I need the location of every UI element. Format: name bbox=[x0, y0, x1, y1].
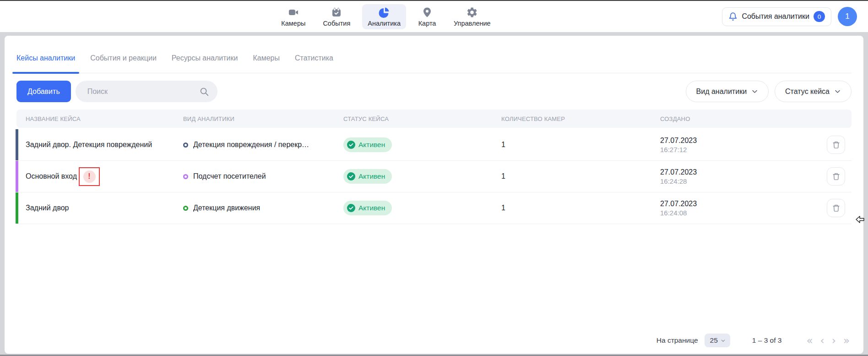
row-actions bbox=[815, 199, 852, 217]
table-row[interactable]: Основной вход ! Подсчет посетителей Акти… bbox=[16, 161, 852, 192]
tab-statistics[interactable]: Статистика bbox=[295, 54, 333, 73]
page-tabs: Кейсы аналитики События и реакции Ресурс… bbox=[16, 36, 852, 73]
previous-page-button[interactable]: ‹ bbox=[819, 335, 826, 346]
check-circle-icon bbox=[347, 204, 355, 212]
chevron-down-icon bbox=[721, 338, 726, 343]
nav-management[interactable]: Управление bbox=[448, 4, 496, 29]
created-time: 16:27:12 bbox=[660, 146, 687, 153]
column-header-created: СОЗДАНО bbox=[651, 115, 815, 122]
row-accent-bar bbox=[16, 129, 18, 160]
per-page-label: На странице bbox=[656, 336, 698, 345]
analytics-events-button[interactable]: События аналитики 0 bbox=[722, 7, 831, 26]
next-page-button[interactable]: › bbox=[830, 335, 838, 346]
case-status-cell: Активен bbox=[334, 137, 492, 152]
delete-case-button[interactable] bbox=[827, 167, 845, 186]
pagination-range: 1 – 3 of 3 bbox=[752, 336, 782, 345]
analytics-events-label: События аналитики bbox=[742, 12, 809, 21]
status-label: Активен bbox=[358, 141, 385, 149]
trash-icon bbox=[832, 141, 840, 149]
tab-analytics-cases[interactable]: Кейсы аналитики bbox=[16, 54, 75, 73]
video-camera-icon bbox=[288, 6, 299, 18]
main-navigation: Камеры События Аналитика Карта Управлени bbox=[276, 4, 496, 29]
analytics-kind-cell: Детекция движения bbox=[174, 204, 334, 212]
first-page-button[interactable]: « bbox=[804, 335, 814, 346]
last-page-button[interactable]: » bbox=[841, 335, 852, 346]
filter-analytics-kind-label: Вид аналитики bbox=[696, 88, 747, 96]
table-footer: На странице 25 1 – 3 of 3 « ‹ › » bbox=[16, 327, 852, 354]
created-date: 27.07.2023 bbox=[660, 200, 697, 208]
filter-analytics-kind[interactable]: Вид аналитики bbox=[686, 81, 769, 102]
notification-count-badge: 0 bbox=[814, 11, 825, 22]
warning-icon: ! bbox=[83, 170, 96, 183]
case-name: Задний двор bbox=[16, 204, 174, 212]
created-cell: 27.07.2023 16:27:12 bbox=[651, 137, 815, 153]
created-date: 27.07.2023 bbox=[660, 137, 697, 145]
toolbar: Добавить Вид аналитики Статус кейса bbox=[16, 81, 852, 102]
mouse-cursor-arrow bbox=[854, 214, 865, 225]
case-name-cell: Основной вход ! bbox=[16, 167, 174, 186]
status-badge: Активен bbox=[343, 137, 392, 152]
status-label: Активен bbox=[358, 204, 385, 212]
case-status-cell: Активен bbox=[334, 201, 492, 215]
pager: « ‹ › » bbox=[804, 335, 852, 346]
analytics-kind-label: Детекция повреждения / перекр… bbox=[193, 141, 309, 149]
nav-analytics[interactable]: Аналитика bbox=[362, 4, 406, 29]
trash-icon bbox=[832, 172, 840, 181]
row-actions bbox=[815, 167, 852, 186]
pie-chart-icon bbox=[378, 6, 390, 18]
analytics-kind-ring-icon bbox=[183, 174, 188, 179]
chevron-down-icon bbox=[834, 88, 841, 95]
filter-case-status[interactable]: Статус кейса bbox=[775, 81, 852, 102]
case-status-cell: Активен bbox=[334, 169, 492, 184]
top-bar: Камеры События Аналитика Карта Управлени bbox=[0, 1, 868, 32]
analytics-kind-cell: Подсчет посетителей bbox=[174, 172, 334, 181]
row-accent-bar bbox=[16, 161, 18, 192]
status-badge: Активен bbox=[343, 201, 392, 215]
table-row[interactable]: Задний двор Детекция движения Активен 1 … bbox=[16, 192, 852, 224]
status-badge: Активен bbox=[343, 169, 392, 184]
analytics-kind-ring-icon bbox=[183, 206, 188, 211]
nav-cameras[interactable]: Камеры bbox=[276, 4, 311, 29]
analytics-kind-label: Подсчет посетителей bbox=[193, 172, 266, 181]
check-circle-icon bbox=[347, 172, 355, 181]
map-pin-icon bbox=[421, 6, 433, 18]
column-header-case-name: НАЗВАНИЕ КЕЙСА bbox=[16, 115, 174, 122]
delete-case-button[interactable] bbox=[827, 136, 845, 154]
bell-icon bbox=[728, 12, 738, 22]
analytics-kind-cell: Детекция повреждения / перекр… bbox=[174, 141, 334, 149]
per-page-select[interactable]: 25 bbox=[705, 334, 730, 347]
case-name: Основной вход bbox=[26, 172, 77, 181]
nav-map[interactable]: Карта bbox=[412, 4, 442, 29]
analytics-kind-label: Детекция движения bbox=[193, 204, 260, 212]
filter-case-status-label: Статус кейса bbox=[785, 88, 830, 96]
chevron-down-icon bbox=[751, 88, 758, 95]
search-box[interactable] bbox=[76, 81, 217, 102]
status-label: Активен bbox=[358, 172, 385, 181]
gear-icon bbox=[466, 6, 478, 18]
created-cell: 27.07.2023 16:24:08 bbox=[651, 200, 815, 217]
nav-analytics-label: Аналитика bbox=[368, 20, 401, 27]
analytics-page-card: Кейсы аналитики События и реакции Ресурс… bbox=[5, 36, 863, 354]
table-header: НАЗВАНИЕ КЕЙСА ВИД АНАЛИТИКИ СТАТУС КЕЙС… bbox=[16, 110, 852, 128]
user-avatar[interactable]: 1 bbox=[838, 7, 857, 26]
check-circle-icon bbox=[347, 141, 355, 149]
search-input[interactable] bbox=[87, 88, 199, 96]
table-row[interactable]: Задний двор. Детекция повреждений Детекц… bbox=[16, 129, 852, 161]
created-time: 16:24:08 bbox=[660, 209, 687, 217]
created-date: 27.07.2023 bbox=[660, 168, 697, 176]
trash-icon bbox=[832, 204, 840, 212]
search-icon bbox=[199, 87, 209, 97]
nav-events-label: События bbox=[323, 20, 350, 27]
case-name: Задний двор. Детекция повреждений bbox=[16, 141, 174, 149]
tab-analytics-resources[interactable]: Ресурсы аналитики bbox=[172, 54, 238, 73]
camera-count: 1 bbox=[492, 172, 651, 181]
row-actions bbox=[815, 136, 852, 154]
toolbar-filters: Вид аналитики Статус кейса bbox=[686, 81, 852, 102]
add-case-button[interactable]: Добавить bbox=[16, 81, 71, 102]
tab-cameras[interactable]: Камеры bbox=[253, 54, 280, 73]
delete-case-button[interactable] bbox=[827, 199, 845, 217]
column-header-camera-count: КОЛИЧЕСТВО КАМЕР bbox=[492, 115, 651, 122]
created-cell: 27.07.2023 16:24:28 bbox=[651, 168, 815, 185]
tab-events-reactions[interactable]: События и реакции bbox=[90, 54, 157, 73]
nav-events[interactable]: События bbox=[317, 4, 356, 29]
